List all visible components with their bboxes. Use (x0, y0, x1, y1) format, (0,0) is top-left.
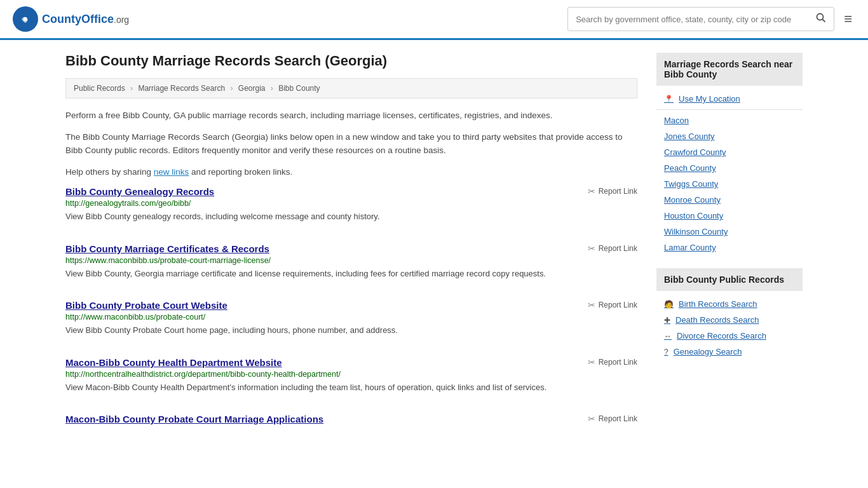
sidebar-item-birth-records[interactable]: 🧑 Birth Records Search (656, 296, 803, 312)
divider (656, 109, 803, 110)
result-item: Bibb County Marriage Certificates & Reco… (65, 243, 637, 287)
report-link[interactable]: ✂ Report Link (588, 243, 637, 254)
report-icon: ✂ (588, 357, 595, 367)
result-header: Macon-Bibb County Probate Court Marriage… (65, 414, 637, 424)
genealogy-icon: ? (664, 348, 668, 356)
result-desc: View Bibb County genealogy records, incl… (65, 210, 637, 223)
report-link[interactable]: ✂ Report Link (588, 300, 637, 310)
logo-text: CountyOffice.org (42, 13, 129, 26)
sidebar-public-records-title: Bibb County Public Records (656, 268, 803, 291)
result-header: Bibb County Probate Court Website ✂ Repo… (65, 300, 637, 311)
person-icon: 🧑 (664, 300, 674, 309)
result-desc: View Bibb County Probate Court home page… (65, 324, 637, 337)
search-button[interactable] (808, 8, 834, 30)
report-icon: ✂ (588, 414, 595, 424)
result-url[interactable]: http://genealogytrails.com/geo/bibb/ (65, 199, 637, 208)
report-icon: ✂ (588, 243, 595, 254)
report-link[interactable]: ✂ Report Link (588, 186, 637, 196)
sidebar-nearby-title: Marriage Records Search near Bibb County (656, 53, 803, 86)
menu-icon[interactable]: ≡ (841, 8, 855, 30)
result-item: Macon-Bibb County Probate Court Marriage… (65, 414, 637, 433)
result-item: Bibb County Probate Court Website ✂ Repo… (65, 300, 637, 343)
result-url[interactable]: http://www.maconbibb.us/probate-court/ (65, 313, 637, 322)
result-title[interactable]: Bibb County Genealogy Records (65, 186, 214, 197)
result-title[interactable]: Bibb County Marriage Certificates & Reco… (65, 243, 269, 254)
logo-icon (13, 6, 38, 32)
sidebar-nearby-section: Marriage Records Search near Bibb County… (656, 53, 803, 255)
arrows-icon: ↔ (664, 332, 672, 341)
result-item: Bibb County Genealogy Records ✂ Report L… (65, 186, 637, 229)
result-url[interactable]: https://www.maconbibb.us/probate-court-m… (65, 256, 637, 265)
result-header: Macon-Bibb County Health Department Webs… (65, 357, 637, 368)
sidebar-item-jones-county[interactable]: Jones County (656, 128, 803, 144)
header-right: ≡ (567, 7, 855, 31)
breadcrumb: Public Records › Marriage Records Search… (65, 78, 637, 98)
search-bar (567, 7, 834, 31)
sidebar-item-use-my-location[interactable]: 📍 Use My Location (656, 91, 803, 107)
description-1: Perform a free Bibb County, GA public ma… (65, 109, 637, 123)
logo[interactable]: CountyOffice.org (13, 6, 129, 32)
result-title[interactable]: Bibb County Probate Court Website (65, 300, 227, 311)
result-item: Macon-Bibb County Health Department Webs… (65, 357, 637, 400)
report-link[interactable]: ✂ Report Link (588, 357, 637, 367)
sidebar-item-lamar-county[interactable]: Lamar County (656, 240, 803, 255)
svg-point-2 (817, 14, 824, 20)
sidebar-item-houston-county[interactable]: Houston County (656, 208, 803, 224)
page-title: Bibb County Marriage Records Search (Geo… (65, 53, 637, 69)
sidebar-item-macon[interactable]: Macon (656, 112, 803, 128)
sidebar-item-divorce-records[interactable]: ↔ Divorce Records Search (656, 328, 803, 344)
svg-point-1 (24, 17, 27, 21)
results-list: Bibb County Genealogy Records ✂ Report L… (65, 186, 637, 433)
report-icon: ✂ (588, 186, 595, 196)
new-links-link[interactable]: new links (154, 167, 189, 177)
main-container: Bibb County Marriage Records Search (Geo… (53, 40, 815, 459)
content-area: Bibb County Marriage Records Search (Geo… (65, 53, 637, 447)
sidebar-item-death-records[interactable]: ✚ Death Records Search (656, 312, 803, 328)
sidebar-item-genealogy[interactable]: ? Genealogy Search (656, 344, 803, 360)
result-header: Bibb County Genealogy Records ✂ Report L… (65, 186, 637, 197)
result-title[interactable]: Macon-Bibb County Health Department Webs… (65, 357, 282, 368)
location-icon: 📍 (664, 95, 674, 104)
sidebar-item-monroe-county[interactable]: Monroe County (656, 192, 803, 208)
result-title[interactable]: Macon-Bibb County Probate Court Marriage… (65, 414, 323, 424)
breadcrumb-public-records[interactable]: Public Records (74, 84, 125, 93)
result-desc: View Macon-Bibb County Health Department… (65, 381, 637, 394)
report-link[interactable]: ✂ Report Link (588, 414, 637, 424)
breadcrumb-bibb-county[interactable]: Bibb County (278, 84, 320, 93)
description-2: The Bibb County Marriage Records Search … (65, 130, 637, 158)
sidebar: Marriage Records Search near Bibb County… (656, 53, 803, 447)
svg-line-3 (823, 20, 825, 22)
site-header: CountyOffice.org ≡ (0, 0, 868, 40)
result-desc: View Bibb County, Georgia marriage certi… (65, 268, 637, 280)
sidebar-item-twiggs-county[interactable]: Twiggs County (656, 176, 803, 192)
sidebar-item-crawford-county[interactable]: Crawford County (656, 144, 803, 160)
search-input[interactable] (568, 10, 808, 29)
sidebar-item-wilkinson-county[interactable]: Wilkinson County (656, 224, 803, 240)
sidebar-public-records-section: Bibb County Public Records 🧑 Birth Recor… (656, 268, 803, 360)
sidebar-item-peach-county[interactable]: Peach County (656, 160, 803, 176)
result-header: Bibb County Marriage Certificates & Reco… (65, 243, 637, 254)
result-url[interactable]: http://northcentralhealthdistrict.org/de… (65, 370, 637, 379)
breadcrumb-georgia[interactable]: Georgia (238, 84, 266, 93)
description-3: Help others by sharing new links and rep… (65, 165, 637, 179)
cross-icon: ✚ (664, 316, 670, 325)
report-icon: ✂ (588, 300, 595, 310)
breadcrumb-marriage-records[interactable]: Marriage Records Search (138, 84, 225, 93)
